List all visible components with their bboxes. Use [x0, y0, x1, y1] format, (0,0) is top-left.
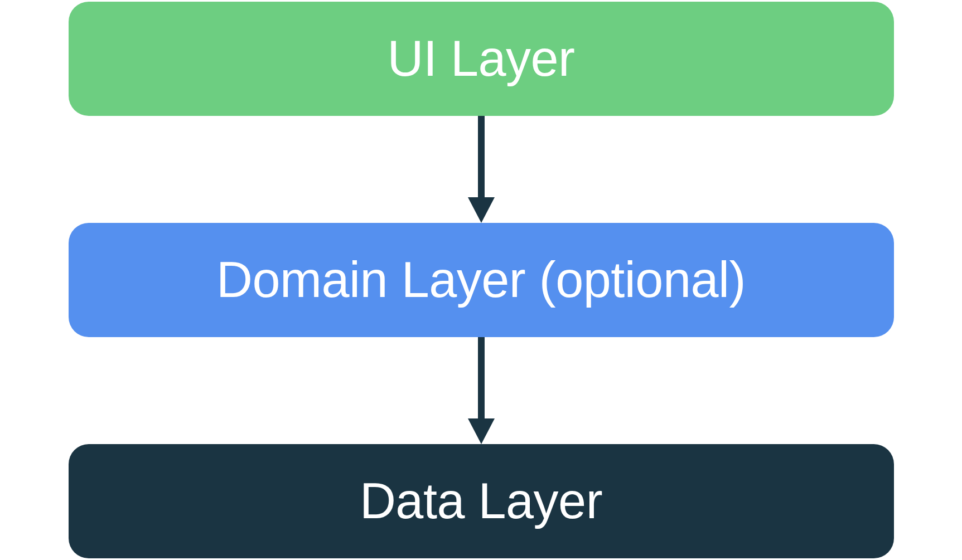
- architecture-layers-diagram: UI Layer Domain Layer (optional) Data La…: [69, 2, 894, 558]
- data-layer-box: Data Layer: [69, 444, 894, 558]
- svg-marker-1: [468, 197, 495, 223]
- arrow-ui-to-domain: [465, 116, 498, 223]
- arrow-down-icon: [465, 116, 498, 223]
- domain-layer-box: Domain Layer (optional): [69, 223, 894, 337]
- arrow-domain-to-data: [465, 337, 498, 444]
- ui-layer-label: UI Layer: [387, 30, 574, 87]
- domain-layer-label: Domain Layer (optional): [216, 251, 746, 309]
- ui-layer-box: UI Layer: [69, 2, 894, 116]
- svg-marker-3: [468, 418, 495, 444]
- arrow-down-icon: [465, 337, 498, 444]
- data-layer-label: Data Layer: [360, 473, 602, 530]
